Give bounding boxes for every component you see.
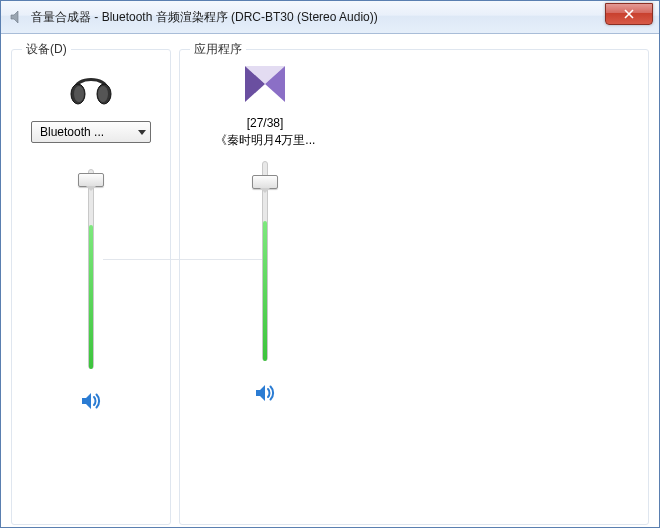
device-group-label: 设备(D) (22, 41, 71, 58)
app-label-line2: 《秦时明月4万里... (215, 132, 316, 149)
device-dropdown[interactable]: Bluetooth ... (31, 121, 151, 143)
app-kmplayer-icon[interactable] (243, 64, 287, 107)
device-group: 设备(D) Bluetooth ... (11, 49, 171, 525)
apps-group-label: 应用程序 (190, 41, 246, 58)
close-icon (624, 9, 634, 19)
device-dropdown-label: Bluetooth ... (40, 125, 104, 139)
close-button[interactable] (605, 3, 653, 25)
chevron-down-icon (138, 130, 146, 135)
device-volume-slider[interactable] (80, 169, 102, 369)
headphones-icon[interactable] (67, 66, 115, 111)
app-slider-wrap (253, 161, 277, 408)
device-slider-thumb[interactable] (78, 173, 104, 187)
device-column: Bluetooth ... (22, 58, 160, 416)
app-label: [27/38] 《秦时明月4万里... (215, 115, 316, 149)
apps-group: 应用程序 [27/38] 《秦时明月4万里... (179, 49, 649, 525)
device-level-meter (89, 225, 93, 369)
app-slider-thumb[interactable] (252, 175, 278, 189)
device-slider-wrap (79, 169, 103, 416)
app-volume-slider[interactable] (254, 161, 276, 361)
titlebar: 音量合成器 - Bluetooth 音频渲染程序 (DRC-BT30 (Ster… (1, 1, 659, 34)
app-label-line1: [27/38] (215, 115, 316, 132)
device-mute-button[interactable] (79, 389, 103, 416)
app-level-meter (263, 221, 267, 361)
svg-point-3 (98, 86, 108, 102)
window-title: 音量合成器 - Bluetooth 音频渲染程序 (DRC-BT30 (Ster… (31, 9, 378, 26)
svg-point-1 (74, 86, 84, 102)
volume-mixer-window: 音量合成器 - Bluetooth 音频渲染程序 (DRC-BT30 (Ster… (0, 0, 660, 528)
body: 设备(D) Bluetooth ... (11, 41, 649, 517)
app-column: [27/38] 《秦时明月4万里... (190, 58, 340, 408)
app-icon (9, 9, 25, 25)
app-mute-button[interactable] (253, 381, 277, 408)
